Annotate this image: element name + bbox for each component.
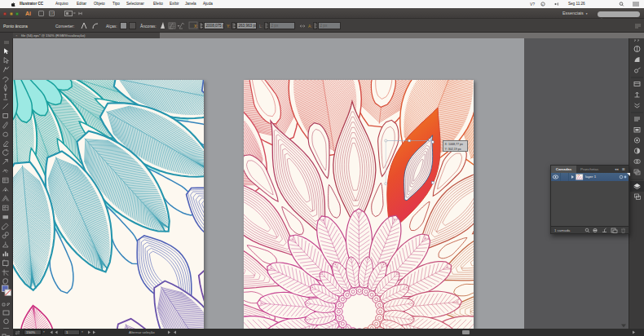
svg-text:V?: V? [530,2,535,7]
svg-text:c: c [542,2,544,7]
